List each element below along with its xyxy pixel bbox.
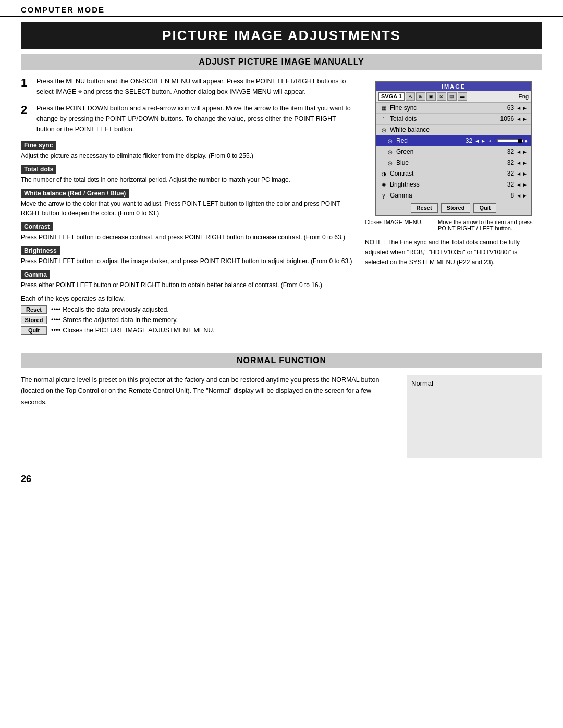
term-desc-brightness: Press POINT LEFT button to adjust the im… (21, 256, 354, 266)
key-quit-label: Quit (21, 326, 47, 335)
term-desc-gamma: Press either POINT LEFT button or POINT … (21, 280, 354, 290)
key-row-stored: Stored •••• Stores the adjusted data in … (21, 316, 354, 324)
page-title-banner: PICTURE IMAGE ADJUSTMENTS (21, 22, 542, 49)
menu-total-dots-label: Total dots (390, 115, 500, 122)
menu-green-value: 32 (507, 148, 514, 155)
step-1-text: Press the MENU button and the ON-SCREEN … (36, 76, 354, 97)
red-slider: ● (497, 138, 528, 144)
annotation-area: Closes IMAGE MENU. Move the arrow to the… (365, 219, 542, 231)
normal-display-label: Normal (411, 379, 433, 387)
menu-white-balance-label: White balance (390, 126, 528, 133)
menu-row-blue: ◎ Blue 32 ◄► (376, 157, 531, 168)
term-fine-sync: Fine sync Adjust the picture as necessar… (21, 141, 354, 161)
key-reset-label: Reset (21, 305, 47, 314)
section1-header: ADJUST PICTURE IMAGE MANUALLY (21, 54, 542, 70)
normal-section: NORMAL FUNCTION The normal picture level… (21, 353, 542, 458)
image-menu: IMAGE SVGA 1 A ⊞ ▣ ⊠ ▤ ▬ Eng (375, 81, 532, 216)
key-stored-desc: Stores the adjusted data in the memory. (63, 316, 178, 324)
menu-buttons: Reset Stored Quit (376, 201, 531, 215)
normal-text: The normal picture level is preset on th… (21, 375, 396, 408)
term-total-dots: Total dots The number of the total dots … (21, 165, 354, 184)
contrast-icon: ◑ (380, 169, 388, 178)
normal-display-box: Normal (407, 375, 542, 458)
keys-section: Each of the keys operates as follow. Res… (21, 295, 354, 335)
menu-green-label: Green (396, 148, 507, 155)
main-content: PICTURE IMAGE ADJUSTMENTS ADJUST PICTURE… (0, 17, 563, 468)
note-text: NOTE : The Fine sync and the Total dots … (365, 238, 542, 268)
toolbar-label: SVGA 1 (378, 92, 405, 101)
menu-row-red: ◎ Red 32 ◄► ← ● (376, 135, 531, 146)
annotation-right-text: Move the arrow to the item and press POI… (438, 219, 533, 231)
term-desc-white-balance: Move the arrow to the color that you wan… (21, 199, 354, 218)
key-quit-desc: Closes the PICTURE IMAGE ADJUSTMENT MENU… (63, 327, 215, 334)
toolbar-eng: Eng (518, 93, 529, 100)
section2-header: NORMAL FUNCTION (21, 353, 542, 368)
menu-title: IMAGE (442, 83, 466, 90)
menu-brightness-label: Brightness (390, 181, 507, 188)
menu-red-value: 32 (466, 137, 472, 144)
menu-total-dots-value: 1056 (500, 115, 514, 122)
right-column: IMAGE SVGA 1 A ⊞ ▣ ⊠ ▤ ▬ Eng (365, 76, 542, 337)
key-reset-desc: Recalls the data previously adjusted. (63, 306, 169, 313)
normal-two-col: The normal picture level is preset on th… (21, 375, 542, 458)
total-dots-icon: ⋮ (380, 115, 388, 123)
term-desc-total-dots: The number of the total dots in one hori… (21, 175, 354, 184)
menu-contrast-arrows: ◄► (516, 171, 528, 177)
section2-title: NORMAL FUNCTION (21, 356, 542, 365)
white-balance-icon: ◎ (380, 126, 388, 134)
menu-btn-reset[interactable]: Reset (411, 203, 438, 213)
term-label-fine-sync: Fine sync (21, 141, 56, 150)
menu-toolbar: SVGA 1 A ⊞ ▣ ⊠ ▤ ▬ Eng (376, 91, 531, 103)
menu-brightness-value: 32 (507, 181, 514, 188)
toolbar-icon-3: ⊠ (437, 92, 446, 101)
term-desc-contrast: Press POINT LEFT button to decrease cont… (21, 232, 354, 242)
toolbar-icon-2: ▣ (426, 92, 436, 101)
note-box: NOTE : The Fine sync and the Total dots … (365, 238, 542, 268)
section1-title: ADJUST PICTURE IMAGE MANUALLY (21, 57, 542, 67)
key-row-reset: Reset •••• Recalls the data previously a… (21, 305, 354, 314)
menu-row-contrast: ◑ Contrast 32 ◄► (376, 168, 531, 179)
menu-fine-sync-label: Fine sync (390, 104, 507, 112)
menu-row-green: ◎ Green 32 ◄► (376, 146, 531, 157)
menu-contrast-value: 32 (507, 170, 514, 177)
menu-total-dots-arrows: ◄► (516, 116, 528, 122)
green-icon: ◎ (386, 147, 394, 156)
term-label-white-balance: White balance (Red / Green / Blue) (21, 189, 129, 198)
menu-btn-stored[interactable]: Stored (441, 203, 471, 213)
normal-left: The normal picture level is preset on th… (21, 375, 396, 458)
page-number: 26 (0, 468, 563, 490)
key-stored-label: Stored (21, 316, 47, 324)
image-menu-container: IMAGE SVGA 1 A ⊞ ▣ ⊠ ▤ ▬ Eng (365, 81, 542, 268)
menu-blue-value: 32 (507, 159, 514, 166)
blue-icon: ◎ (386, 158, 394, 167)
page-title: PICTURE IMAGE ADJUSTMENTS (21, 28, 542, 44)
term-contrast: Contrast Press POINT LEFT button to decr… (21, 222, 354, 242)
menu-btn-quit[interactable]: Quit (473, 203, 496, 213)
red-icon: ◎ (386, 137, 394, 145)
left-column: 1 Press the MENU button and the ON-SCREE… (21, 76, 354, 337)
menu-fine-sync-arrows: ◄► (516, 105, 528, 111)
keys-intro: Each of the keys operates as follow. (21, 295, 354, 302)
menu-blue-arrows: ◄► (516, 160, 528, 166)
key-dots-stored: •••• (51, 316, 60, 324)
menu-title-bar: IMAGE (376, 82, 531, 91)
step-2-text: Press the POINT DOWN button and a red-ar… (36, 103, 354, 134)
term-label-brightness: Brightness (21, 246, 60, 255)
menu-red-label: Red (396, 137, 466, 144)
menu-row-total-dots: ⋮ Total dots 1056 ◄► (376, 114, 531, 125)
menu-red-arrows: ◄► (474, 138, 486, 144)
step-1: 1 Press the MENU button and the ON-SCREE… (21, 76, 354, 97)
menu-fine-sync-value: 63 (507, 104, 514, 112)
annotation-left-text: Closes IMAGE MENU. (365, 219, 423, 225)
toolbar-icon-1: ⊞ (416, 92, 425, 101)
menu-row-gamma: γ Gamma 8 ◄► (376, 190, 531, 201)
toolbar-icons: A ⊞ ▣ ⊠ ▤ ▬ (406, 92, 467, 101)
brightness-icon: ✺ (380, 180, 388, 189)
arrow-indicator: ← (488, 137, 495, 145)
menu-green-arrows: ◄► (516, 149, 528, 155)
annotation-left: Closes IMAGE MENU. (365, 219, 427, 231)
menu-contrast-label: Contrast (390, 170, 507, 177)
menu-row-white-balance: ◎ White balance (376, 125, 531, 135)
fine-sync-icon: ▦ (380, 104, 388, 112)
section-label: COMPUTER MODE (21, 5, 105, 14)
